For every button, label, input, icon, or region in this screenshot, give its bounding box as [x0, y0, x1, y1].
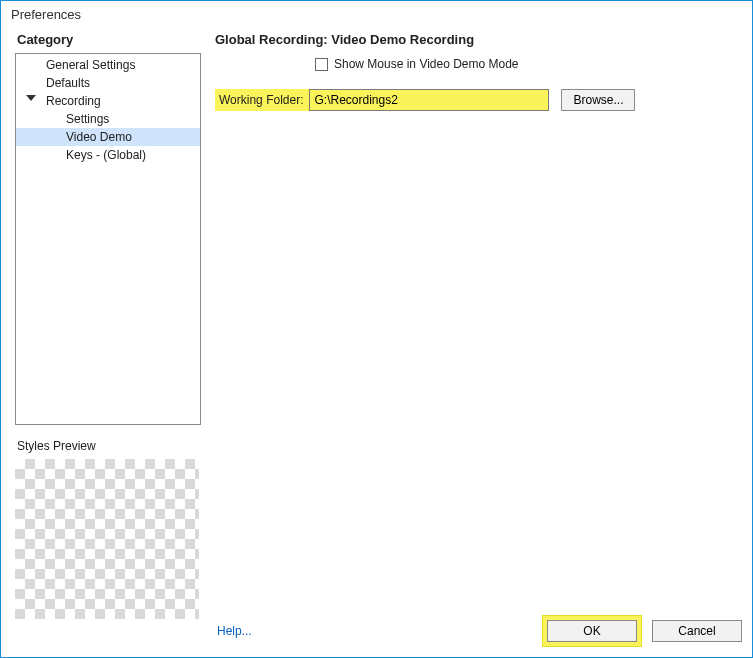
styles-preview-label: Styles Preview	[15, 439, 201, 453]
show-mouse-row: Show Mouse in Video Demo Mode	[315, 57, 742, 71]
preferences-window: Preferences Category General Settings De…	[0, 0, 753, 658]
page-title: Global Recording: Video Demo Recording	[215, 30, 742, 57]
ok-button[interactable]: OK	[547, 620, 637, 642]
tree-item-label: Defaults	[46, 76, 90, 90]
footer-row: Help... OK Cancel	[215, 609, 742, 647]
cancel-button[interactable]: Cancel	[652, 620, 742, 642]
tree-item-video-demo[interactable]: Video Demo	[16, 128, 200, 146]
browse-button[interactable]: Browse...	[561, 89, 635, 111]
tree-item-defaults[interactable]: Defaults	[16, 74, 200, 92]
working-folder-row: Working Folder: Browse...	[215, 89, 742, 111]
tree-item-label: Keys - (Global)	[66, 148, 146, 162]
help-link[interactable]: Help...	[217, 624, 252, 638]
category-heading: Category	[15, 30, 201, 53]
dialog-body: Category General Settings Defaults Recor…	[1, 26, 752, 657]
tree-item-label: General Settings	[46, 58, 135, 72]
tree-item-keys-global[interactable]: Keys - (Global)	[16, 146, 200, 164]
tree-item-label: Settings	[66, 112, 109, 126]
main-panel: Global Recording: Video Demo Recording S…	[201, 30, 742, 647]
tree-item-label: Video Demo	[66, 130, 132, 144]
tree-item-settings[interactable]: Settings	[16, 110, 200, 128]
chevron-down-icon[interactable]	[26, 95, 36, 101]
ok-highlight: OK	[542, 615, 642, 647]
show-mouse-label: Show Mouse in Video Demo Mode	[334, 57, 519, 71]
category-tree[interactable]: General Settings Defaults Recording Sett…	[15, 53, 201, 425]
working-folder-label: Working Folder:	[215, 89, 309, 111]
show-mouse-checkbox[interactable]	[315, 58, 328, 71]
styles-preview-area	[15, 459, 199, 619]
tree-item-general-settings[interactable]: General Settings	[16, 56, 200, 74]
working-folder-input[interactable]	[309, 89, 549, 111]
tree-item-label: Recording	[46, 94, 101, 108]
window-title: Preferences	[1, 1, 752, 26]
tree-item-recording[interactable]: Recording	[16, 92, 200, 110]
left-column: Category General Settings Defaults Recor…	[15, 30, 201, 647]
spacer	[215, 111, 742, 609]
